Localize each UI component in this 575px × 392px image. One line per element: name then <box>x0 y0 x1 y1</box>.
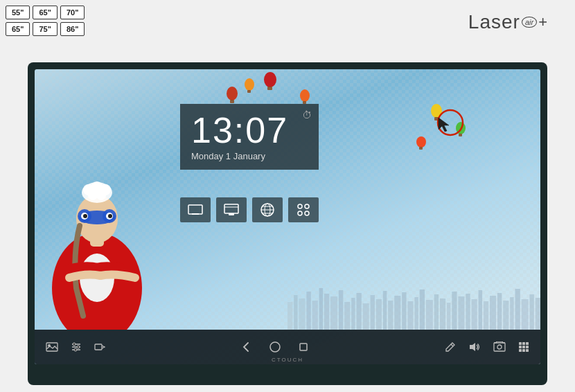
svg-rect-7 <box>330 296 337 330</box>
svg-point-96 <box>270 342 280 352</box>
size-row-1: 55" 65" 70" <box>6 6 85 19</box>
taskbar-right <box>442 339 532 355</box>
back-nav-icon[interactable] <box>238 338 255 356</box>
svg-point-69 <box>83 214 87 218</box>
svg-rect-71 <box>188 205 202 214</box>
svg-rect-14 <box>376 299 382 330</box>
svg-rect-0 <box>288 302 292 330</box>
logo-area: Laser air + <box>468 11 547 33</box>
svg-rect-2 <box>299 299 305 330</box>
svg-rect-34 <box>503 301 508 330</box>
size-badge-75[interactable]: 75" <box>33 22 57 36</box>
input-switch-icon[interactable] <box>91 339 108 355</box>
svg-rect-28 <box>466 294 470 330</box>
wallpaper-icon[interactable] <box>43 339 61 355</box>
ctouch-brand: CTOUCH <box>272 357 303 363</box>
svg-point-92 <box>73 343 76 346</box>
svg-rect-17 <box>394 296 400 330</box>
timer-icon: ⏱ <box>302 109 312 121</box>
svg-line-98 <box>451 344 453 346</box>
svg-rect-27 <box>458 296 464 330</box>
svg-rect-6 <box>324 294 329 330</box>
svg-point-84 <box>305 211 309 215</box>
person-figure-area <box>35 150 159 330</box>
svg-rect-38 <box>529 294 533 330</box>
svg-rect-95 <box>95 344 102 350</box>
size-badge-70[interactable]: 70" <box>60 6 85 19</box>
svg-rect-109 <box>522 349 525 352</box>
svg-rect-16 <box>388 301 393 330</box>
svg-rect-10 <box>351 298 355 330</box>
svg-rect-13 <box>371 295 375 330</box>
svg-rect-36 <box>515 289 520 330</box>
svg-rect-107 <box>526 346 529 348</box>
svg-point-62 <box>88 190 98 200</box>
svg-rect-72 <box>192 213 199 215</box>
apps-button[interactable] <box>288 197 319 222</box>
city-skyline <box>288 288 540 330</box>
svg-rect-106 <box>522 346 525 348</box>
screenshot-icon[interactable] <box>490 339 508 355</box>
svg-point-82 <box>305 204 309 208</box>
browser-button[interactable] <box>252 197 283 222</box>
svg-rect-4 <box>312 301 318 330</box>
svg-rect-20 <box>414 297 418 330</box>
svg-point-70 <box>108 214 112 218</box>
settings-icon[interactable] <box>68 339 85 355</box>
svg-point-81 <box>298 204 302 208</box>
svg-rect-19 <box>407 301 413 330</box>
svg-rect-5 <box>319 288 323 330</box>
svg-rect-75 <box>229 213 234 215</box>
size-badge-55[interactable]: 55" <box>6 6 30 19</box>
whiteboard-button[interactable] <box>216 197 247 222</box>
size-badge-86[interactable]: 86" <box>60 22 85 36</box>
taskbar-center <box>238 338 312 356</box>
monitor-outer: ⏱ 13:07 Monday 1 January <box>28 62 547 385</box>
svg-rect-1 <box>294 295 297 330</box>
svg-marker-99 <box>470 343 475 351</box>
app-icons-row <box>180 197 319 222</box>
svg-rect-3 <box>306 292 310 330</box>
svg-point-93 <box>77 346 80 348</box>
home-nav-icon[interactable] <box>266 338 284 356</box>
grid-icon[interactable] <box>515 339 532 355</box>
svg-rect-105 <box>519 346 522 348</box>
svg-rect-33 <box>497 293 502 330</box>
svg-rect-39 <box>536 298 540 330</box>
svg-rect-18 <box>402 292 406 330</box>
size-badge-65b[interactable]: 65" <box>6 22 30 36</box>
svg-rect-97 <box>300 344 307 350</box>
svg-rect-37 <box>522 299 529 330</box>
svg-rect-9 <box>344 302 350 330</box>
svg-rect-100 <box>494 343 505 351</box>
svg-point-63 <box>96 190 106 200</box>
svg-rect-15 <box>383 291 387 330</box>
svg-rect-108 <box>519 349 522 352</box>
svg-point-83 <box>298 211 302 215</box>
monitor-screen: ⏱ 13:07 Monday 1 January <box>35 69 540 364</box>
svg-rect-104 <box>526 342 529 345</box>
taskbar-left <box>43 339 108 355</box>
recents-nav-icon[interactable] <box>295 339 312 355</box>
cursor-indicator <box>426 107 464 139</box>
size-row-2: 65" 75" 86" <box>6 22 85 36</box>
size-badges-container: 55" 65" 70" 65" 75" 86" <box>6 6 85 36</box>
size-badge-65a[interactable]: 65" <box>33 6 57 19</box>
svg-rect-26 <box>452 292 457 330</box>
monitor-wrapper: ⏱ 13:07 Monday 1 January <box>28 62 547 385</box>
svg-rect-12 <box>363 303 369 330</box>
svg-rect-21 <box>420 289 425 330</box>
svg-point-101 <box>497 345 502 349</box>
svg-rect-22 <box>426 300 433 330</box>
screen-share-button[interactable] <box>180 197 211 222</box>
svg-rect-73 <box>224 204 238 213</box>
svg-rect-25 <box>447 303 450 330</box>
svg-rect-102 <box>519 342 522 345</box>
clock-time: 13:07 <box>191 112 308 148</box>
clock-date: Monday 1 January <box>191 151 308 161</box>
logo-plus: + <box>538 13 547 31</box>
volume-icon[interactable] <box>466 339 484 355</box>
pen-icon[interactable] <box>442 339 459 355</box>
svg-rect-11 <box>356 293 361 330</box>
svg-rect-29 <box>472 299 477 330</box>
